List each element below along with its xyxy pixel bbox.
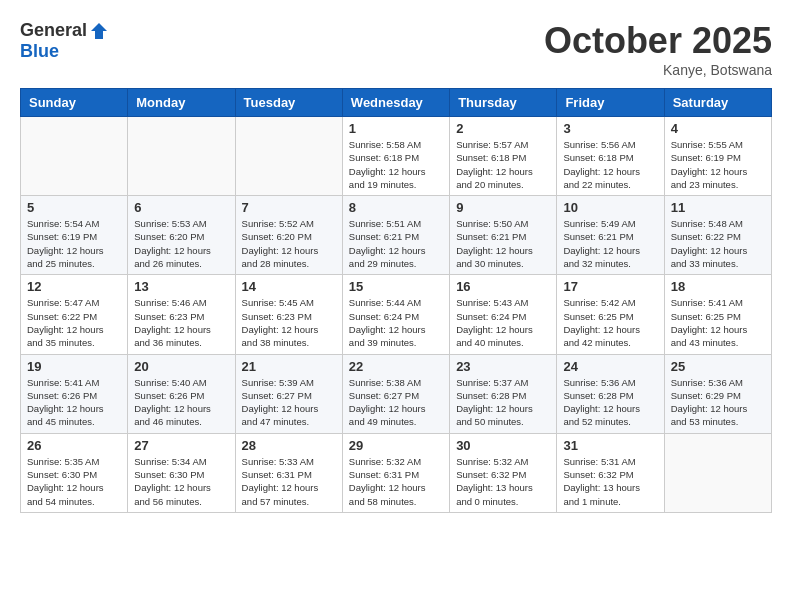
calendar-cell: 4Sunrise: 5:55 AM Sunset: 6:19 PM Daylig… — [664, 117, 771, 196]
calendar-cell: 22Sunrise: 5:38 AM Sunset: 6:27 PM Dayli… — [342, 354, 449, 433]
day-number: 25 — [671, 359, 765, 374]
day-info: Sunrise: 5:53 AM Sunset: 6:20 PM Dayligh… — [134, 217, 228, 270]
logo-general-text: General — [20, 20, 87, 41]
day-number: 10 — [563, 200, 657, 215]
calendar-week-row: 5Sunrise: 5:54 AM Sunset: 6:19 PM Daylig… — [21, 196, 772, 275]
day-number: 12 — [27, 279, 121, 294]
calendar-cell: 2Sunrise: 5:57 AM Sunset: 6:18 PM Daylig… — [450, 117, 557, 196]
day-number: 17 — [563, 279, 657, 294]
calendar-cell: 24Sunrise: 5:36 AM Sunset: 6:28 PM Dayli… — [557, 354, 664, 433]
calendar-cell: 15Sunrise: 5:44 AM Sunset: 6:24 PM Dayli… — [342, 275, 449, 354]
day-number: 27 — [134, 438, 228, 453]
day-info: Sunrise: 5:36 AM Sunset: 6:28 PM Dayligh… — [563, 376, 657, 429]
day-number: 16 — [456, 279, 550, 294]
day-info: Sunrise: 5:52 AM Sunset: 6:20 PM Dayligh… — [242, 217, 336, 270]
calendar-cell: 14Sunrise: 5:45 AM Sunset: 6:23 PM Dayli… — [235, 275, 342, 354]
day-number: 5 — [27, 200, 121, 215]
day-info: Sunrise: 5:36 AM Sunset: 6:29 PM Dayligh… — [671, 376, 765, 429]
svg-marker-0 — [91, 23, 107, 39]
logo-blue-text: Blue — [20, 41, 59, 62]
calendar-day-header: Saturday — [664, 89, 771, 117]
day-number: 21 — [242, 359, 336, 374]
day-number: 30 — [456, 438, 550, 453]
day-info: Sunrise: 5:41 AM Sunset: 6:26 PM Dayligh… — [27, 376, 121, 429]
calendar-cell — [235, 117, 342, 196]
day-info: Sunrise: 5:35 AM Sunset: 6:30 PM Dayligh… — [27, 455, 121, 508]
day-number: 2 — [456, 121, 550, 136]
calendar-cell: 6Sunrise: 5:53 AM Sunset: 6:20 PM Daylig… — [128, 196, 235, 275]
day-number: 29 — [349, 438, 443, 453]
calendar-cell: 31Sunrise: 5:31 AM Sunset: 6:32 PM Dayli… — [557, 433, 664, 512]
day-number: 23 — [456, 359, 550, 374]
day-info: Sunrise: 5:32 AM Sunset: 6:31 PM Dayligh… — [349, 455, 443, 508]
calendar-day-header: Tuesday — [235, 89, 342, 117]
day-info: Sunrise: 5:31 AM Sunset: 6:32 PM Dayligh… — [563, 455, 657, 508]
day-info: Sunrise: 5:40 AM Sunset: 6:26 PM Dayligh… — [134, 376, 228, 429]
calendar-header-row: SundayMondayTuesdayWednesdayThursdayFrid… — [21, 89, 772, 117]
calendar-week-row: 26Sunrise: 5:35 AM Sunset: 6:30 PM Dayli… — [21, 433, 772, 512]
calendar-day-header: Wednesday — [342, 89, 449, 117]
calendar-cell: 13Sunrise: 5:46 AM Sunset: 6:23 PM Dayli… — [128, 275, 235, 354]
calendar-week-row: 1Sunrise: 5:58 AM Sunset: 6:18 PM Daylig… — [21, 117, 772, 196]
day-number: 1 — [349, 121, 443, 136]
calendar-cell: 25Sunrise: 5:36 AM Sunset: 6:29 PM Dayli… — [664, 354, 771, 433]
calendar-cell — [128, 117, 235, 196]
calendar-cell — [664, 433, 771, 512]
calendar-cell: 7Sunrise: 5:52 AM Sunset: 6:20 PM Daylig… — [235, 196, 342, 275]
calendar-day-header: Monday — [128, 89, 235, 117]
day-info: Sunrise: 5:58 AM Sunset: 6:18 PM Dayligh… — [349, 138, 443, 191]
day-info: Sunrise: 5:37 AM Sunset: 6:28 PM Dayligh… — [456, 376, 550, 429]
day-info: Sunrise: 5:47 AM Sunset: 6:22 PM Dayligh… — [27, 296, 121, 349]
day-number: 28 — [242, 438, 336, 453]
calendar-cell: 12Sunrise: 5:47 AM Sunset: 6:22 PM Dayli… — [21, 275, 128, 354]
calendar-week-row: 12Sunrise: 5:47 AM Sunset: 6:22 PM Dayli… — [21, 275, 772, 354]
day-number: 26 — [27, 438, 121, 453]
calendar-cell: 27Sunrise: 5:34 AM Sunset: 6:30 PM Dayli… — [128, 433, 235, 512]
day-info: Sunrise: 5:34 AM Sunset: 6:30 PM Dayligh… — [134, 455, 228, 508]
day-info: Sunrise: 5:50 AM Sunset: 6:21 PM Dayligh… — [456, 217, 550, 270]
day-number: 9 — [456, 200, 550, 215]
location-text: Kanye, Botswana — [544, 62, 772, 78]
calendar-cell: 29Sunrise: 5:32 AM Sunset: 6:31 PM Dayli… — [342, 433, 449, 512]
day-number: 18 — [671, 279, 765, 294]
day-info: Sunrise: 5:48 AM Sunset: 6:22 PM Dayligh… — [671, 217, 765, 270]
calendar-cell: 17Sunrise: 5:42 AM Sunset: 6:25 PM Dayli… — [557, 275, 664, 354]
calendar-cell — [21, 117, 128, 196]
calendar-cell: 23Sunrise: 5:37 AM Sunset: 6:28 PM Dayli… — [450, 354, 557, 433]
logo: General Blue — [20, 20, 109, 62]
calendar-cell: 26Sunrise: 5:35 AM Sunset: 6:30 PM Dayli… — [21, 433, 128, 512]
day-number: 14 — [242, 279, 336, 294]
day-number: 22 — [349, 359, 443, 374]
calendar-cell: 28Sunrise: 5:33 AM Sunset: 6:31 PM Dayli… — [235, 433, 342, 512]
day-number: 6 — [134, 200, 228, 215]
calendar-cell: 30Sunrise: 5:32 AM Sunset: 6:32 PM Dayli… — [450, 433, 557, 512]
calendar-cell: 1Sunrise: 5:58 AM Sunset: 6:18 PM Daylig… — [342, 117, 449, 196]
day-info: Sunrise: 5:55 AM Sunset: 6:19 PM Dayligh… — [671, 138, 765, 191]
month-title: October 2025 — [544, 20, 772, 62]
calendar-cell: 16Sunrise: 5:43 AM Sunset: 6:24 PM Dayli… — [450, 275, 557, 354]
calendar-cell: 20Sunrise: 5:40 AM Sunset: 6:26 PM Dayli… — [128, 354, 235, 433]
day-info: Sunrise: 5:42 AM Sunset: 6:25 PM Dayligh… — [563, 296, 657, 349]
calendar-day-header: Thursday — [450, 89, 557, 117]
calendar-cell: 10Sunrise: 5:49 AM Sunset: 6:21 PM Dayli… — [557, 196, 664, 275]
calendar-cell: 18Sunrise: 5:41 AM Sunset: 6:25 PM Dayli… — [664, 275, 771, 354]
day-number: 19 — [27, 359, 121, 374]
day-info: Sunrise: 5:54 AM Sunset: 6:19 PM Dayligh… — [27, 217, 121, 270]
page-header: General Blue October 2025 Kanye, Botswan… — [20, 20, 772, 78]
day-number: 20 — [134, 359, 228, 374]
day-info: Sunrise: 5:33 AM Sunset: 6:31 PM Dayligh… — [242, 455, 336, 508]
calendar-cell: 9Sunrise: 5:50 AM Sunset: 6:21 PM Daylig… — [450, 196, 557, 275]
day-info: Sunrise: 5:49 AM Sunset: 6:21 PM Dayligh… — [563, 217, 657, 270]
calendar-week-row: 19Sunrise: 5:41 AM Sunset: 6:26 PM Dayli… — [21, 354, 772, 433]
calendar-cell: 21Sunrise: 5:39 AM Sunset: 6:27 PM Dayli… — [235, 354, 342, 433]
day-number: 7 — [242, 200, 336, 215]
day-info: Sunrise: 5:44 AM Sunset: 6:24 PM Dayligh… — [349, 296, 443, 349]
day-info: Sunrise: 5:43 AM Sunset: 6:24 PM Dayligh… — [456, 296, 550, 349]
title-section: October 2025 Kanye, Botswana — [544, 20, 772, 78]
day-number: 31 — [563, 438, 657, 453]
day-number: 8 — [349, 200, 443, 215]
calendar-cell: 11Sunrise: 5:48 AM Sunset: 6:22 PM Dayli… — [664, 196, 771, 275]
calendar-cell: 5Sunrise: 5:54 AM Sunset: 6:19 PM Daylig… — [21, 196, 128, 275]
day-info: Sunrise: 5:38 AM Sunset: 6:27 PM Dayligh… — [349, 376, 443, 429]
day-number: 24 — [563, 359, 657, 374]
